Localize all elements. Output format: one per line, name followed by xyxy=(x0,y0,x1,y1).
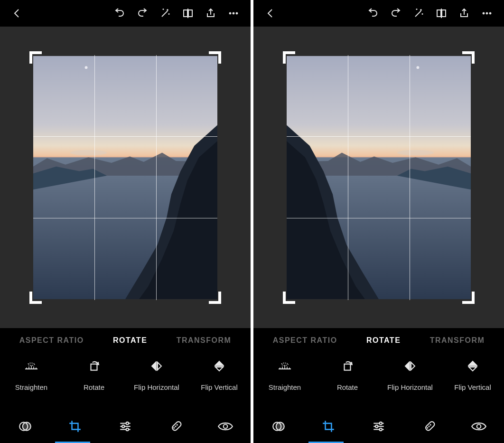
crop-handle-bottom-left[interactable] xyxy=(283,292,295,304)
flip-horizontal-icon xyxy=(150,358,163,374)
crop-mode-tabs: ASPECT RATIO ROTATE TRANSFORM xyxy=(253,328,504,353)
nav-looks[interactable] xyxy=(253,410,304,443)
more-button[interactable] xyxy=(222,2,245,25)
bottom-nav xyxy=(253,410,504,443)
tool-label: Flip Horizontal xyxy=(387,383,433,391)
photo-preview xyxy=(287,55,471,300)
rotate-tools-row: Straighten Rotate Flip Horizontal Flip V… xyxy=(0,353,251,410)
share-button[interactable] xyxy=(453,2,476,25)
crop-frame[interactable] xyxy=(30,52,220,303)
tab-aspect-ratio[interactable]: ASPECT RATIO xyxy=(19,336,84,345)
top-toolbar xyxy=(0,0,251,27)
straighten-icon xyxy=(277,358,293,374)
rotate-tools-row: Straighten Rotate Flip Horizontal Flip V… xyxy=(253,353,504,410)
tool-label: Flip Vertical xyxy=(454,383,491,391)
straighten-icon xyxy=(23,358,39,374)
tool-label: Rotate xyxy=(337,383,358,391)
nav-adjust[interactable] xyxy=(354,410,404,443)
back-button[interactable] xyxy=(6,2,28,25)
crop-handle-top-right[interactable] xyxy=(209,51,221,64)
crop-handle-bottom-right[interactable] xyxy=(462,292,475,304)
top-toolbar xyxy=(253,0,504,27)
tab-rotate[interactable]: ROTATE xyxy=(113,336,147,345)
undo-button[interactable] xyxy=(362,2,384,25)
more-button[interactable] xyxy=(476,2,498,25)
nav-heal[interactable] xyxy=(150,410,201,443)
auto-enhance-button[interactable] xyxy=(407,2,430,25)
rotate-icon xyxy=(341,358,354,374)
tool-straighten[interactable]: Straighten xyxy=(0,358,63,391)
nav-crop[interactable] xyxy=(304,410,354,443)
tool-straighten[interactable]: Straighten xyxy=(253,358,316,391)
rotate-icon xyxy=(88,358,100,374)
tool-flip-vertical[interactable]: Flip Vertical xyxy=(441,358,504,391)
crop-handle-bottom-left[interactable] xyxy=(29,292,42,304)
redo-button[interactable] xyxy=(384,2,407,25)
undo-button[interactable] xyxy=(108,2,131,25)
editor-panel-left: ASPECT RATIO ROTATE TRANSFORM Straighten… xyxy=(0,0,251,443)
tool-label: Straighten xyxy=(15,383,47,391)
crop-handle-top-left[interactable] xyxy=(29,51,42,64)
tab-rotate[interactable]: ROTATE xyxy=(366,336,401,345)
share-button[interactable] xyxy=(199,2,222,25)
tool-flip-horizontal[interactable]: Flip Horizontal xyxy=(379,358,441,391)
crop-handle-top-left[interactable] xyxy=(283,51,295,64)
tool-flip-horizontal[interactable]: Flip Horizontal xyxy=(125,358,188,391)
tab-transform[interactable]: TRANSFORM xyxy=(430,336,485,345)
nav-crop[interactable] xyxy=(50,410,101,443)
flip-vertical-icon xyxy=(214,358,225,374)
nav-looks[interactable] xyxy=(0,410,50,443)
crop-frame[interactable] xyxy=(284,52,474,303)
nav-red-eye[interactable] xyxy=(454,410,504,443)
back-button[interactable] xyxy=(259,2,282,25)
editor-panel-right: ASPECT RATIO ROTATE TRANSFORM Straighten… xyxy=(253,0,504,443)
canvas-area[interactable] xyxy=(253,27,504,328)
nav-red-eye[interactable] xyxy=(200,410,251,443)
nav-adjust[interactable] xyxy=(100,410,150,443)
redo-button[interactable] xyxy=(131,2,154,25)
tool-label: Flip Vertical xyxy=(201,383,238,391)
tool-rotate[interactable]: Rotate xyxy=(316,358,379,391)
tool-rotate[interactable]: Rotate xyxy=(63,358,125,391)
tool-label: Flip Horizontal xyxy=(134,383,179,391)
tool-label: Rotate xyxy=(84,383,104,391)
tool-label: Straighten xyxy=(269,383,301,391)
crop-handle-bottom-right[interactable] xyxy=(209,292,221,304)
crop-handle-top-right[interactable] xyxy=(462,51,475,64)
flip-vertical-icon xyxy=(467,358,478,374)
compare-button[interactable] xyxy=(177,2,199,25)
canvas-area[interactable] xyxy=(0,27,251,328)
tool-flip-vertical[interactable]: Flip Vertical xyxy=(188,358,251,391)
flip-horizontal-icon xyxy=(403,358,417,374)
bottom-nav xyxy=(0,410,251,443)
crop-mode-tabs: ASPECT RATIO ROTATE TRANSFORM xyxy=(0,328,251,353)
tab-aspect-ratio[interactable]: ASPECT RATIO xyxy=(273,336,337,345)
compare-button[interactable] xyxy=(430,2,453,25)
photo-preview xyxy=(33,55,217,300)
nav-heal[interactable] xyxy=(404,410,454,443)
tab-transform[interactable]: TRANSFORM xyxy=(177,336,232,345)
auto-enhance-button[interactable] xyxy=(154,2,177,25)
